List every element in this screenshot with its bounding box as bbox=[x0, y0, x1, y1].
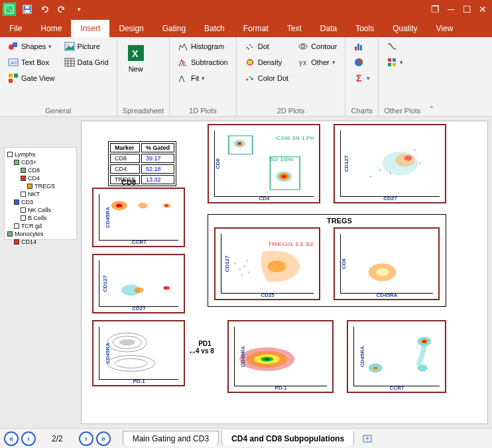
datagrid-button[interactable]: Data Grid bbox=[62, 56, 111, 69]
density-button[interactable]: Density bbox=[242, 56, 291, 69]
other-2d-button[interactable]: yx Other ▾ bbox=[295, 56, 339, 69]
gateview-button[interactable]: Gate View bbox=[5, 72, 58, 85]
tab-quality[interactable]: Quality bbox=[383, 20, 426, 37]
grid-plot-button[interactable]: ▾ bbox=[384, 56, 406, 69]
add-layout-button[interactable]: + bbox=[357, 431, 378, 446]
picture-button[interactable]: Picture bbox=[62, 40, 111, 53]
ribbon-collapse-icon[interactable]: ⌃ bbox=[426, 102, 437, 116]
tree-item-label: NK Cells bbox=[28, 206, 51, 214]
plot-cd27-cd127-2[interactable]: CD127 CD27 bbox=[92, 254, 185, 313]
nav-next-button[interactable]: › bbox=[79, 431, 93, 446]
svg-text:+: + bbox=[365, 435, 369, 442]
svg-rect-5 bbox=[25, 6, 29, 9]
tab-tools[interactable]: Tools bbox=[346, 20, 383, 37]
tree-item[interactable]: TCR gd bbox=[7, 222, 74, 230]
svg-point-29 bbox=[246, 79, 248, 81]
plot-ccr7-cd45ra-1[interactable]: CD45RA CCR7 bbox=[92, 188, 185, 247]
ribbon-group-1d: Histogram Subtraction Fit ▾ 1D Plots bbox=[170, 37, 237, 116]
tab-view[interactable]: View bbox=[427, 20, 463, 37]
tree-color-icon bbox=[21, 176, 26, 181]
minimize-button[interactable]: ─ bbox=[444, 3, 458, 16]
tree-item[interactable]: B Cells bbox=[7, 214, 74, 222]
tree-item[interactable]: Lymphs bbox=[7, 150, 74, 158]
svg-point-66 bbox=[134, 288, 143, 293]
svg-rect-0 bbox=[5, 5, 13, 13]
svg-point-70 bbox=[119, 339, 135, 345]
nav-prev-button[interactable]: ‹ bbox=[21, 431, 36, 446]
ribbon-display-icon[interactable]: ❐ bbox=[428, 3, 442, 16]
dot-button[interactable]: Dot bbox=[242, 40, 291, 53]
tree-item-label: Monocytes bbox=[15, 230, 44, 238]
undo-icon[interactable] bbox=[38, 3, 50, 15]
tab-format[interactable]: Format bbox=[234, 20, 278, 37]
histogram-label: Histogram bbox=[191, 42, 224, 50]
axis-x: CD25 bbox=[261, 292, 274, 298]
textbox-button[interactable]: A≡ Text Box bbox=[5, 56, 58, 69]
svg-point-25 bbox=[248, 48, 249, 50]
nav-first-button[interactable]: « bbox=[4, 431, 19, 446]
svg-point-64 bbox=[165, 205, 168, 207]
fit-button[interactable]: Fit ▾ bbox=[175, 72, 231, 85]
tree-item[interactable]: NK Cells bbox=[7, 206, 74, 214]
tab-insert[interactable]: Insert bbox=[71, 20, 109, 37]
plot-cd27-cd127[interactable]: CD127 CD27 bbox=[334, 124, 446, 203]
redo-icon[interactable] bbox=[56, 3, 68, 15]
svg-rect-7 bbox=[13, 42, 17, 47]
tree-item[interactable]: NKT bbox=[7, 190, 74, 198]
tree-item[interactable]: TREGS bbox=[7, 182, 74, 190]
svg-rect-12 bbox=[9, 79, 13, 83]
plot-pd1-cd45ra-contour[interactable]: CD45RA PD-1 bbox=[92, 320, 185, 386]
plot-cd45ra-cd8[interactable]: CD8 CD45RA bbox=[334, 227, 440, 300]
tree-color-icon bbox=[14, 223, 19, 229]
tree-item[interactable]: CD4 bbox=[7, 174, 74, 182]
layout-tab-1[interactable]: Main Gating and CD3 bbox=[123, 431, 219, 446]
plot-cd4-cd8[interactable]: CD8 39.17% 52.18% CD8 CD4 bbox=[208, 124, 320, 203]
tab-text[interactable]: Text bbox=[278, 20, 311, 37]
tab-file[interactable]: File bbox=[0, 20, 31, 37]
tree-item[interactable]: Monocytes bbox=[7, 230, 74, 238]
chevron-down-icon: ▾ bbox=[332, 59, 336, 66]
plot-cd25-cd127[interactable]: TREGS 13.32% CD127 CD25 bbox=[214, 227, 320, 300]
maximize-button[interactable]: ☐ bbox=[460, 3, 473, 16]
new-spreadsheet-button[interactable]: X New bbox=[123, 40, 149, 76]
svg-point-56 bbox=[379, 169, 381, 170]
fit-icon bbox=[178, 73, 188, 84]
tab-home[interactable]: Home bbox=[31, 20, 71, 37]
svg-point-67 bbox=[163, 286, 170, 290]
gate-tree-panel[interactable]: LymphsCD3+CD8CD4TREGSNKTCD3NK CellsB Cel… bbox=[4, 147, 77, 240]
tree-item-label: TCR gd bbox=[21, 222, 42, 230]
sigma-button[interactable]: Σ▾ bbox=[351, 72, 373, 85]
nav-last-button[interactable]: » bbox=[96, 431, 111, 446]
tree-item[interactable]: CD3+ bbox=[7, 158, 74, 166]
subtraction-label: Subtraction bbox=[191, 58, 228, 66]
subtraction-button[interactable]: Subtraction bbox=[175, 56, 231, 69]
report-canvas[interactable]: Marker% Gated CD839.17 CD452.18 TREGS13.… bbox=[81, 121, 488, 424]
colordot-button[interactable]: Color Dot bbox=[242, 72, 291, 85]
tree-item[interactable]: CD3 bbox=[7, 198, 74, 206]
close-button[interactable]: ✕ bbox=[476, 3, 489, 16]
tree-item-label: CD3+ bbox=[21, 158, 36, 166]
plot-pd1-cd45ra-density[interactable]: CD45RA PD-1 bbox=[227, 320, 334, 393]
tree-item[interactable]: CD14 bbox=[7, 238, 74, 246]
chevron-down-icon: ▾ bbox=[400, 59, 403, 66]
shapes-button[interactable]: Shapes ▾ bbox=[5, 40, 58, 53]
tab-gating[interactable]: Gating bbox=[153, 20, 195, 37]
tab-data[interactable]: Data bbox=[311, 20, 346, 37]
tab-design[interactable]: Design bbox=[109, 20, 153, 37]
layout-tab-2[interactable]: CD4 and CD8 Subpopulations bbox=[221, 430, 354, 446]
svg-point-87 bbox=[264, 358, 269, 361]
tree-item-label: NKT bbox=[28, 190, 40, 198]
qat-dropdown-icon[interactable]: ▾ bbox=[73, 3, 85, 15]
contour-button[interactable]: Contour bbox=[295, 40, 339, 53]
decay-plot-button[interactable] bbox=[384, 40, 406, 53]
cell: CD4 bbox=[110, 164, 140, 174]
tab-batch[interactable]: Batch bbox=[195, 20, 234, 37]
pie-chart-button[interactable] bbox=[351, 56, 373, 69]
svg-point-82 bbox=[376, 268, 389, 276]
save-icon[interactable] bbox=[21, 3, 33, 15]
tree-item[interactable]: CD8 bbox=[7, 166, 74, 174]
bar-chart-button[interactable] bbox=[351, 40, 373, 53]
cell: CD8 bbox=[110, 154, 140, 163]
plot-ccr7-cd45ra-2[interactable]: CD45RA CCR7 bbox=[347, 320, 446, 393]
histogram-button[interactable]: Histogram bbox=[175, 40, 231, 53]
